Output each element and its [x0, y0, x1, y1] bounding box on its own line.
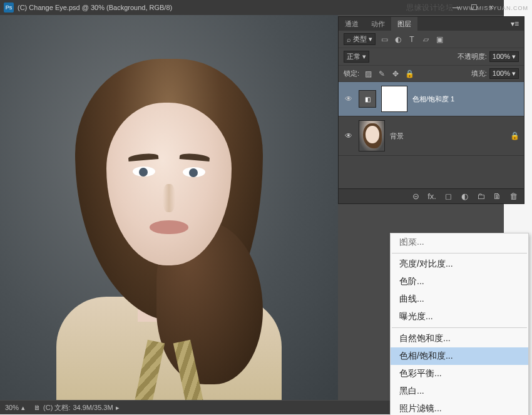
doc-size-indicator[interactable]: 🗎 (C) 文档: 34.9M/35.3M ▸: [34, 403, 120, 412]
layers-panel: 通道 动作 图层 ▾≡ ⌕ 类型 ▾ ▭ ◐ T ▱ ▣ 正常 ▾ 不透明度:: [338, 16, 524, 204]
adjustment-thumbnail: ◧: [359, 90, 376, 108]
layer-name-text[interactable]: 色相/饱和度 1: [412, 95, 519, 104]
lock-all-icon[interactable]: 🔒: [404, 69, 414, 79]
filter-pixel-icon[interactable]: ▭: [379, 34, 389, 44]
filter-kind-select[interactable]: ⌕ 类型 ▾: [344, 33, 376, 45]
watermark-site: 思缘设计论坛: [406, 3, 453, 13]
adjustment-context-menu: 图菜... 亮度/对比度... 色阶... 曲线... 曝光度... 自然饱和度…: [390, 233, 529, 415]
fill-input[interactable]: 100% ▾: [489, 68, 519, 79]
menu-brightness-contrast[interactable]: 亮度/对比度...: [391, 255, 528, 273]
blend-mode-value: 正常: [347, 52, 361, 61]
canvas[interactable]: [0, 15, 338, 400]
blend-opacity-row: 正常 ▾ 不透明度: 100% ▾: [339, 48, 524, 66]
menu-curves[interactable]: 曲线...: [391, 290, 528, 308]
visibility-toggle[interactable]: 👁: [344, 95, 354, 103]
doc-icon: 🗎: [34, 404, 41, 411]
layer-hue-saturation[interactable]: 👁 ◧ 色相/饱和度 1: [339, 82, 524, 116]
opacity-input[interactable]: 100% ▾: [489, 51, 519, 62]
document-title: (C) Change Eye.psd @ 30% (Background, RG…: [18, 4, 444, 11]
zoom-value: 30%: [5, 404, 19, 411]
chevron-up-icon: ▴: [21, 404, 25, 412]
menu-header: 图菜...: [391, 233, 528, 251]
portrait-image: [50, 59, 288, 397]
doc-label: (C) 文档:: [43, 403, 70, 412]
layer-filter-row: ⌕ 类型 ▾ ▭ ◐ T ▱ ▣: [339, 31, 524, 48]
layer-background[interactable]: 👁 背景 🔒: [339, 116, 524, 156]
menu-separator: [392, 327, 527, 328]
tab-layers[interactable]: 图层: [391, 17, 417, 31]
lock-image-icon[interactable]: ✎: [377, 69, 387, 79]
menu-black-white[interactable]: 黑白...: [391, 382, 528, 400]
lock-icon: 🔒: [510, 131, 519, 140]
filter-adjustment-icon[interactable]: ◐: [393, 34, 403, 44]
search-icon: ⌕: [347, 36, 351, 43]
visibility-toggle[interactable]: 👁: [344, 131, 354, 140]
layers-list: 👁 ◧ 色相/饱和度 1 👁 背景 🔒: [339, 82, 524, 195]
fill-label: 填充:: [471, 69, 487, 78]
add-mask-icon[interactable]: ◻: [442, 191, 454, 202]
lock-fill-row: 锁定: ▨ ✎ ✥ 🔒 填充: 100% ▾: [339, 66, 524, 82]
lock-label: 锁定:: [344, 69, 359, 78]
menu-separator: [392, 253, 527, 254]
menu-levels[interactable]: 色阶...: [391, 273, 528, 290]
app-logo: Ps: [4, 3, 14, 13]
chevron-right-icon: ▸: [116, 404, 120, 412]
doc-size: 34.9M/35.3M: [73, 404, 113, 411]
menu-photo-filter[interactable]: 照片滤镜...: [391, 400, 528, 415]
watermark-url: WWW.MISSYUAN.COM: [457, 5, 528, 11]
filter-type-icon[interactable]: T: [407, 34, 417, 44]
layer-thumbnail: [359, 120, 385, 151]
delete-layer-icon[interactable]: 🗑: [508, 191, 519, 202]
tab-channels[interactable]: 通道: [339, 17, 365, 31]
menu-vibrance[interactable]: 自然饱和度...: [391, 330, 528, 347]
opacity-label: 不透明度:: [458, 52, 487, 61]
menu-color-balance[interactable]: 色彩平衡...: [391, 365, 528, 382]
watermark: 思缘设计论坛 WWW.MISSYUAN.COM: [406, 3, 528, 13]
new-adjustment-icon[interactable]: ◐: [459, 191, 470, 202]
lock-transparent-icon[interactable]: ▨: [363, 69, 373, 79]
new-group-icon[interactable]: 🗀: [475, 191, 486, 202]
layers-panel-footer: ⊝ fx. ◻ ◐ 🗀 🗎 🗑: [339, 188, 524, 203]
filter-shape-icon[interactable]: ▱: [421, 34, 431, 44]
menu-hue-saturation[interactable]: 色相/饱和度...: [391, 347, 528, 365]
filter-label: 类型: [353, 34, 367, 44]
new-layer-icon[interactable]: 🗎: [491, 191, 503, 202]
panel-menu-button[interactable]: ▾≡: [506, 17, 524, 31]
layer-mask-thumbnail[interactable]: [381, 86, 407, 112]
chevron-down-icon: ▾: [369, 35, 372, 43]
filter-smart-icon[interactable]: ▣: [434, 34, 444, 44]
lock-position-icon[interactable]: ✥: [391, 69, 401, 79]
chevron-down-icon: ▾: [362, 53, 366, 61]
link-layers-icon[interactable]: ⊝: [410, 191, 421, 202]
blend-mode-select[interactable]: 正常 ▾: [344, 51, 369, 63]
zoom-level[interactable]: 30% ▴: [5, 404, 25, 412]
menu-exposure[interactable]: 曝光度...: [391, 308, 528, 325]
layer-name-text[interactable]: 背景: [390, 131, 505, 141]
fx-icon[interactable]: fx.: [426, 191, 437, 202]
panel-tabs: 通道 动作 图层 ▾≡: [339, 17, 524, 31]
tab-actions[interactable]: 动作: [365, 17, 391, 31]
